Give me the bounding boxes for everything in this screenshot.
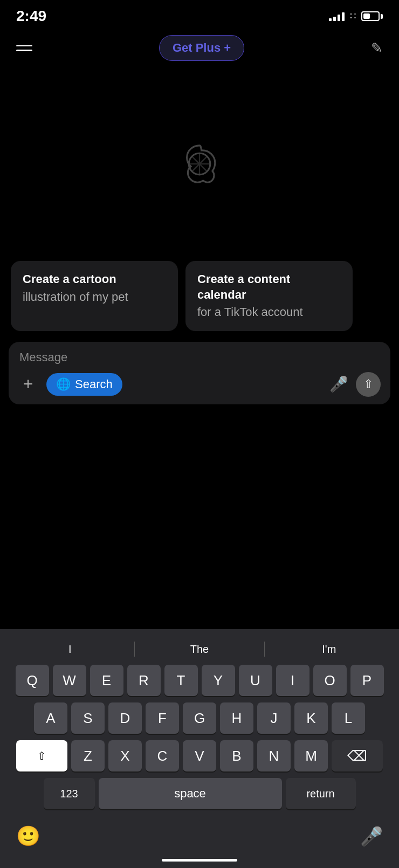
key-row-1: Q W E R T Y U I O P xyxy=(3,665,396,696)
key-row-2: A S D F G H J K L xyxy=(3,702,396,734)
send-button[interactable]: ⇧ xyxy=(356,372,381,397)
status-time: 2:49 xyxy=(16,8,46,25)
key-K[interactable]: K xyxy=(294,702,328,734)
key-P[interactable]: P xyxy=(350,665,384,696)
keyboard-mic-button[interactable]: 🎤 xyxy=(360,825,383,847)
key-A[interactable]: A xyxy=(34,702,67,734)
status-bar: 2:49 ∷ xyxy=(0,0,399,29)
key-N[interactable]: N xyxy=(257,740,291,771)
input-area: Message + 🌐 Search 🎤 ⇧ xyxy=(9,342,390,404)
return-key[interactable]: return xyxy=(286,778,356,809)
key-C[interactable]: C xyxy=(146,740,179,771)
delete-key[interactable]: ⌫ xyxy=(332,740,383,771)
key-W[interactable]: W xyxy=(53,665,86,696)
key-E[interactable]: E xyxy=(90,665,123,696)
key-I[interactable]: I xyxy=(276,665,309,696)
home-indicator xyxy=(0,855,399,868)
card-1-title: Create a cartoon xyxy=(23,272,166,287)
key-D[interactable]: D xyxy=(108,702,142,734)
predictive-word-3[interactable]: I'm xyxy=(265,640,394,659)
keyboard-bottom: 🙂 🎤 xyxy=(0,816,399,855)
predictive-row: I The I'm xyxy=(0,636,399,665)
battery-icon xyxy=(361,11,383,21)
suggestion-card-2[interactable]: Create a content calendar for a TikTok a… xyxy=(185,261,353,331)
key-R[interactable]: R xyxy=(127,665,161,696)
card-1-subtitle: illustration of my pet xyxy=(23,290,166,305)
header: Get Plus + ✎ xyxy=(0,29,399,67)
key-Z[interactable]: Z xyxy=(71,740,105,771)
globe-icon: 🌐 xyxy=(56,377,71,391)
key-M[interactable]: M xyxy=(294,740,328,771)
key-H[interactable]: H xyxy=(220,702,253,734)
input-left-controls: + 🌐 Search xyxy=(18,373,122,396)
get-plus-button[interactable]: Get Plus + xyxy=(159,35,244,61)
signal-icon xyxy=(329,11,345,21)
emoji-button[interactable]: 🙂 xyxy=(16,825,40,848)
numbers-key[interactable]: 123 xyxy=(44,778,95,809)
key-J[interactable]: J xyxy=(257,702,291,734)
key-B[interactable]: B xyxy=(220,740,253,771)
attach-button[interactable]: + xyxy=(18,375,38,394)
input-right-controls: 🎤 ⇧ xyxy=(329,372,381,397)
key-G[interactable]: G xyxy=(183,702,216,734)
key-T[interactable]: T xyxy=(164,665,198,696)
search-button[interactable]: 🌐 Search xyxy=(46,373,122,396)
search-label: Search xyxy=(75,377,113,391)
openai-logo xyxy=(175,140,224,188)
key-X[interactable]: X xyxy=(108,740,142,771)
predictive-word-1[interactable]: I xyxy=(5,640,134,659)
keyboard: I The I'm Q W E R T Y U I O P A S D F G … xyxy=(0,629,399,868)
key-U[interactable]: U xyxy=(239,665,272,696)
suggestion-cards: Create a cartoon illustration of my pet … xyxy=(0,261,399,331)
shift-key[interactable]: ⇧ xyxy=(16,740,67,771)
key-F[interactable]: F xyxy=(146,702,179,734)
send-icon: ⇧ xyxy=(363,377,373,391)
key-O[interactable]: O xyxy=(313,665,347,696)
mic-button[interactable]: 🎤 xyxy=(329,375,348,393)
key-L[interactable]: L xyxy=(332,702,365,734)
edit-icon[interactable]: ✎ xyxy=(371,40,383,57)
key-Y[interactable]: Y xyxy=(202,665,235,696)
card-2-title: Create a content calendar xyxy=(197,272,341,302)
main-area xyxy=(0,67,399,261)
wifi-icon: ∷ xyxy=(350,10,356,22)
key-V[interactable]: V xyxy=(183,740,216,771)
key-S[interactable]: S xyxy=(71,702,105,734)
status-icons: ∷ xyxy=(329,10,383,22)
home-bar xyxy=(162,859,237,862)
menu-button[interactable] xyxy=(16,45,32,51)
key-row-4: 123 space return xyxy=(3,778,396,809)
suggestion-card-1[interactable]: Create a cartoon illustration of my pet xyxy=(11,261,178,331)
key-rows: Q W E R T Y U I O P A S D F G H J K L ⇧ … xyxy=(0,665,399,809)
card-2-subtitle: for a TikTok account xyxy=(197,305,341,320)
space-key[interactable]: space xyxy=(99,778,282,809)
key-row-3: ⇧ Z X C V B N M ⌫ xyxy=(3,740,396,771)
predictive-word-2[interactable]: The xyxy=(135,640,264,659)
key-Q[interactable]: Q xyxy=(16,665,49,696)
input-toolbar: + 🌐 Search 🎤 ⇧ xyxy=(18,372,381,397)
message-placeholder[interactable]: Message xyxy=(18,350,381,364)
